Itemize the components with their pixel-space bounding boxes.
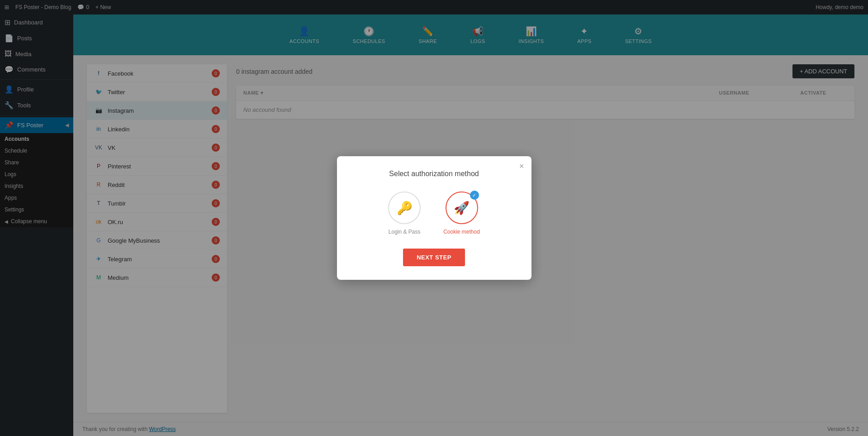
- cookie-label: Cookie method: [443, 229, 480, 235]
- modal-close-button[interactable]: ×: [519, 162, 524, 171]
- loginpass-label: Login & Pass: [389, 229, 421, 235]
- modal-title: Select authorization method: [351, 170, 518, 178]
- cookie-icon: 🚀: [454, 201, 470, 216]
- method-loginpass[interactable]: 🔑 Login & Pass: [388, 192, 421, 235]
- method-cookie[interactable]: 🚀 ✓ Cookie method: [443, 192, 480, 235]
- loginpass-icon: 🔑: [397, 201, 413, 216]
- modal-methods: 🔑 Login & Pass 🚀 ✓ Cookie method: [351, 192, 518, 235]
- loginpass-circle: 🔑: [388, 192, 421, 224]
- check-badge: ✓: [470, 191, 479, 200]
- modal-overlay[interactable]: × Select authorization method 🔑 Login & …: [0, 0, 868, 436]
- modal-dialog: × Select authorization method 🔑 Login & …: [337, 156, 531, 280]
- next-step-button[interactable]: NEXT STEP: [403, 249, 465, 266]
- cookie-circle: 🚀 ✓: [446, 192, 478, 224]
